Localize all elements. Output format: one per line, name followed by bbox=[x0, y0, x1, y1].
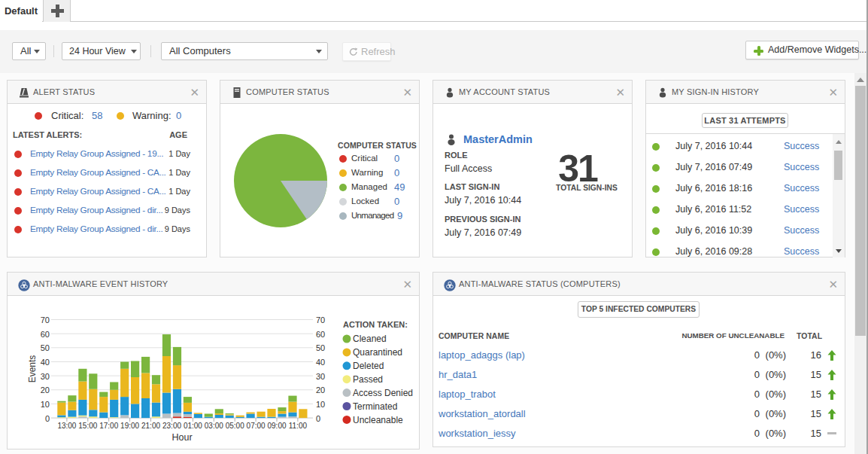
svg-text:23:00: 23:00 bbox=[162, 422, 181, 430]
svg-text:Quarantined: Quarantined bbox=[353, 347, 402, 358]
svg-text:Passed: Passed bbox=[353, 374, 383, 385]
svg-text:30: 30 bbox=[41, 372, 50, 381]
svg-text:30: 30 bbox=[316, 372, 325, 381]
svg-text:50: 50 bbox=[316, 343, 325, 352]
svg-text:50: 50 bbox=[41, 343, 50, 352]
svg-text:70: 70 bbox=[41, 315, 50, 325]
svg-text:Hour: Hour bbox=[171, 432, 192, 443]
svg-text:10: 10 bbox=[41, 400, 50, 409]
svg-text:Uncleanable: Uncleanable bbox=[353, 415, 403, 425]
svg-text:Events: Events bbox=[27, 355, 38, 383]
svg-text:70: 70 bbox=[316, 315, 325, 325]
svg-text:40: 40 bbox=[316, 358, 325, 367]
svg-text:19:00: 19:00 bbox=[120, 422, 139, 430]
svg-text:05:00: 05:00 bbox=[226, 422, 244, 430]
svg-text:01:00: 01:00 bbox=[184, 422, 202, 430]
svg-text:03:00: 03:00 bbox=[205, 422, 223, 430]
svg-text:17:00: 17:00 bbox=[99, 422, 118, 430]
svg-text:60: 60 bbox=[316, 330, 325, 339]
svg-text:0: 0 bbox=[45, 414, 50, 423]
svg-text:21:00: 21:00 bbox=[141, 422, 160, 430]
svg-text:20: 20 bbox=[41, 385, 50, 395]
svg-text:60: 60 bbox=[41, 330, 50, 339]
svg-text:Deleted: Deleted bbox=[353, 361, 384, 371]
svg-text:15:00: 15:00 bbox=[78, 422, 97, 430]
svg-text:Terminated: Terminated bbox=[353, 401, 397, 412]
svg-text:ACTION TAKEN:: ACTION TAKEN: bbox=[343, 320, 408, 329]
svg-text:Cleaned: Cleaned bbox=[353, 334, 387, 344]
svg-text:0: 0 bbox=[316, 414, 320, 423]
svg-text:10: 10 bbox=[316, 400, 325, 409]
svg-text:09:00: 09:00 bbox=[267, 422, 286, 430]
svg-text:11:00: 11:00 bbox=[289, 422, 308, 430]
svg-text:07:00: 07:00 bbox=[247, 422, 266, 430]
svg-text:40: 40 bbox=[41, 358, 50, 367]
svg-text:20: 20 bbox=[316, 385, 325, 395]
svg-text:Access Denied: Access Denied bbox=[353, 388, 413, 398]
svg-text:13:00: 13:00 bbox=[57, 422, 76, 430]
